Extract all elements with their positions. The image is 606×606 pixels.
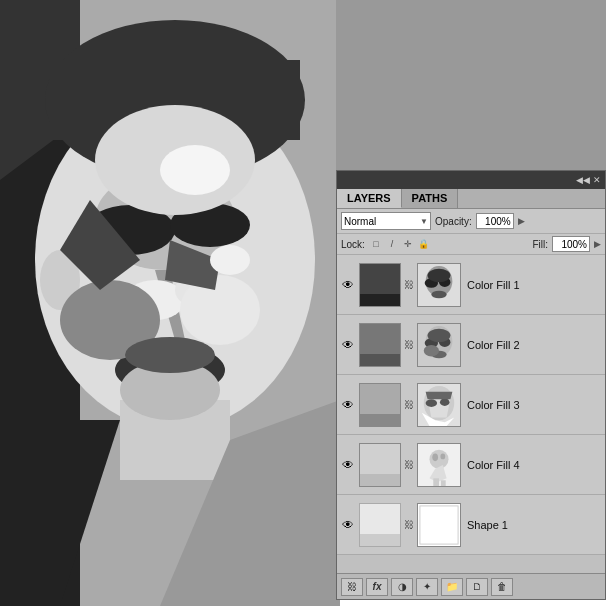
panel-tabs: LAYERS PATHS <box>337 189 605 209</box>
layer-thumbnail <box>417 383 461 427</box>
layer-swatch <box>359 503 401 547</box>
layer-visibility-toggle[interactable]: 👁 <box>339 458 357 472</box>
layer-visibility-toggle[interactable]: 👁 <box>339 338 357 352</box>
layer-row[interactable]: 👁 ⛓ Color Fill 3 <box>337 375 605 435</box>
layer-swatch <box>359 443 401 487</box>
fill-input[interactable]: 100% <box>552 236 590 252</box>
lock-icons: □ / ✛ 🔒 <box>369 237 431 251</box>
layer-thumbnail <box>417 263 461 307</box>
svg-point-25 <box>125 337 215 373</box>
blend-opacity-row: Normal ▼ Opacity: 100% ▶ <box>337 209 605 234</box>
layer-name: Color Fill 3 <box>463 399 603 411</box>
layer-visibility-toggle[interactable]: 👁 <box>339 278 357 292</box>
layer-row[interactable]: 👁 ⛓ Color Fill 2 <box>337 315 605 375</box>
blend-mode-value: Normal <box>344 216 376 227</box>
layer-thumbnail <box>417 503 461 547</box>
panel-collapse-btn[interactable]: ◀◀ <box>576 175 590 185</box>
layers-panel: ◀◀ ✕ LAYERS PATHS Normal ▼ Opacity: 100%… <box>336 170 606 600</box>
blend-mode-select[interactable]: Normal ▼ <box>341 212 431 230</box>
lock-label: Lock: <box>341 239 365 250</box>
delete-layer-button[interactable]: 🗑 <box>491 578 513 596</box>
lock-fill-row: Lock: □ / ✛ 🔒 Fill: 100% ▶ <box>337 234 605 255</box>
svg-point-55 <box>432 453 438 461</box>
layer-visibility-toggle[interactable]: 👁 <box>339 518 357 532</box>
tab-paths[interactable]: PATHS <box>402 189 459 208</box>
opacity-input[interactable]: 100% <box>476 213 514 229</box>
svg-rect-54 <box>441 480 446 486</box>
svg-point-26 <box>160 145 230 195</box>
svg-point-20 <box>180 275 260 345</box>
new-layer-button[interactable]: 🗋 <box>466 578 488 596</box>
fx-button[interactable]: fx <box>366 578 388 596</box>
layer-link-icon: ⛓ <box>403 459 415 470</box>
layer-swatch <box>359 323 401 367</box>
svg-point-56 <box>440 453 445 459</box>
layer-name: Color Fill 2 <box>463 339 603 351</box>
svg-point-27 <box>210 245 250 275</box>
fill-arrow[interactable]: ▶ <box>594 239 601 249</box>
layer-name: Color Fill 1 <box>463 279 603 291</box>
layer-link-icon: ⛓ <box>403 519 415 530</box>
layer-link-icon: ⛓ <box>403 339 415 350</box>
lock-transparent-btn[interactable]: □ <box>369 237 383 251</box>
svg-marker-48 <box>426 391 453 399</box>
tab-layers[interactable]: LAYERS <box>337 189 402 208</box>
svg-rect-57 <box>418 504 460 546</box>
layer-swatch <box>359 383 401 427</box>
lock-position-btn[interactable]: ✛ <box>401 237 415 251</box>
layers-list[interactable]: 👁 ⛓ Color Fill 1 👁 <box>337 255 605 573</box>
svg-rect-53 <box>433 478 439 486</box>
svg-point-47 <box>440 398 450 406</box>
layer-row[interactable]: 👁 ⛓ Shape 1 <box>337 495 605 555</box>
adjustment-button[interactable]: ✦ <box>416 578 438 596</box>
layer-link-icon: ⛓ <box>403 279 415 290</box>
group-button[interactable]: 📁 <box>441 578 463 596</box>
layer-name: Shape 1 <box>463 519 603 531</box>
svg-point-51 <box>429 449 448 468</box>
panel-bottom-toolbar: ⛓ fx ◑ ✦ 📁 🗋 🗑 <box>337 573 605 599</box>
svg-point-35 <box>431 290 446 298</box>
opacity-label: Opacity: <box>435 216 472 227</box>
layer-swatch <box>359 263 401 307</box>
mask-button[interactable]: ◑ <box>391 578 413 596</box>
lock-all-btn[interactable]: 🔒 <box>417 237 431 251</box>
blend-mode-arrow: ▼ <box>420 217 428 226</box>
svg-marker-29 <box>336 0 606 170</box>
svg-point-46 <box>426 399 437 407</box>
svg-point-34 <box>428 268 451 281</box>
layer-name: Color Fill 4 <box>463 459 603 471</box>
layer-row[interactable]: 👁 ⛓ Color Fill 4 <box>337 435 605 495</box>
panel-close-btn[interactable]: ✕ <box>593 175 601 185</box>
layer-link-icon: ⛓ <box>403 399 415 410</box>
layer-thumbnail <box>417 443 461 487</box>
layer-thumbnail <box>417 323 461 367</box>
svg-point-40 <box>428 328 451 341</box>
opacity-arrow[interactable]: ▶ <box>518 216 525 226</box>
layer-row[interactable]: 👁 ⛓ Color Fill 1 <box>337 255 605 315</box>
fill-label: Fill: <box>532 239 548 250</box>
layer-visibility-toggle[interactable]: 👁 <box>339 398 357 412</box>
link-button[interactable]: ⛓ <box>341 578 363 596</box>
panel-titlebar: ◀◀ ✕ <box>337 171 605 189</box>
lock-pixels-btn[interactable]: / <box>385 237 399 251</box>
svg-point-42 <box>424 345 439 356</box>
titlebar-controls: ◀◀ ✕ <box>576 175 601 185</box>
